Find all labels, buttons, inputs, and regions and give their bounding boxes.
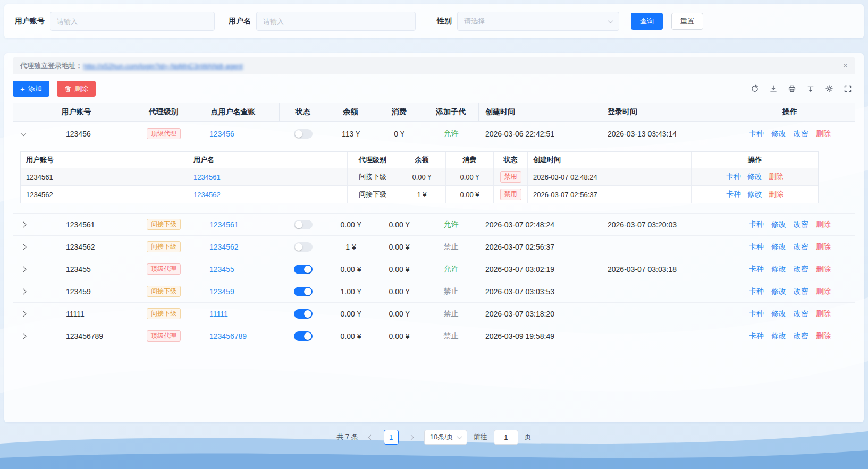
goto-page-input[interactable] — [494, 430, 518, 445]
prev-page-button[interactable] — [365, 430, 377, 445]
action-password-link[interactable]: 改密 — [794, 129, 808, 139]
expand-chevron-icon[interactable] — [20, 221, 26, 227]
close-icon[interactable] — [843, 62, 848, 70]
sub-action-delete-link[interactable]: 删除 — [769, 172, 783, 182]
username-link[interactable]: 123456789 — [209, 332, 247, 340]
sub-username-link[interactable]: 1234562 — [193, 191, 221, 199]
table-row: 1234562 间接下级 1234562 1 ¥ 0.00 ¥ 禁止 2026-… — [13, 236, 855, 258]
action-modify-link[interactable]: 修改 — [771, 129, 786, 139]
sub-action-modify-link[interactable]: 修改 — [747, 190, 762, 199]
action-delete-link[interactable]: 删除 — [816, 287, 831, 296]
action-cardtype-link[interactable]: 卡种 — [749, 287, 764, 296]
toggle-knob — [304, 266, 311, 273]
status-toggle[interactable] — [294, 331, 313, 341]
expand-chevron-icon[interactable] — [20, 311, 26, 317]
header-status: 状态 — [280, 103, 326, 121]
status-toggle[interactable] — [294, 309, 313, 319]
action-cardtype-link[interactable]: 卡种 — [749, 242, 764, 252]
action-cardtype-link[interactable]: 卡种 — [749, 309, 764, 319]
action-modify-link[interactable]: 修改 — [771, 242, 786, 252]
print-icon[interactable] — [788, 84, 796, 93]
page-size-select[interactable]: 10条/页 — [424, 430, 467, 445]
action-password-link[interactable]: 改密 — [794, 265, 808, 274]
status-badge: 禁用 — [500, 189, 521, 200]
user-account-input[interactable] — [50, 12, 215, 31]
status-toggle[interactable] — [294, 220, 313, 229]
expand-chevron-icon[interactable] — [20, 266, 26, 272]
username-link[interactable]: 123456 — [209, 130, 234, 138]
action-modify-link[interactable]: 修改 — [771, 309, 786, 319]
action-cardtype-link[interactable]: 卡种 — [749, 265, 764, 274]
action-delete-link[interactable]: 删除 — [816, 220, 831, 229]
add-button[interactable]: 添加 — [13, 81, 49, 97]
sub-action-cardtype-link[interactable]: 卡种 — [726, 172, 741, 182]
action-password-link[interactable]: 改密 — [794, 331, 808, 341]
username-link[interactable]: 123455 — [209, 265, 234, 274]
sub-table-header: 用户账号 用户名 代理级别 余额 消费 状态 创建时间 操作 — [21, 152, 818, 168]
status-toggle[interactable] — [294, 129, 313, 139]
query-button[interactable]: 查询 — [631, 13, 663, 30]
delete-button[interactable]: 删除 — [57, 81, 96, 97]
username-link[interactable]: 1234562 — [209, 243, 239, 251]
action-delete-link[interactable]: 删除 — [816, 331, 831, 341]
cell-created: 2026-03-07 02:56:37 — [479, 236, 601, 258]
action-modify-link[interactable]: 修改 — [771, 287, 786, 296]
pagination-total: 共 7 条 — [336, 432, 358, 442]
action-password-link[interactable]: 改密 — [794, 287, 808, 296]
add-sub-status: 禁止 — [444, 331, 459, 341]
action-password-link[interactable]: 改密 — [794, 242, 808, 252]
username-link[interactable]: 123459 — [209, 287, 234, 296]
status-toggle[interactable] — [294, 287, 313, 296]
plus-icon — [20, 85, 25, 93]
goto-label: 前往 — [474, 432, 487, 442]
expand-chevron-icon[interactable] — [20, 130, 26, 135]
expand-chevron-icon[interactable] — [20, 244, 26, 250]
sub-action-cardtype-link[interactable]: 卡种 — [726, 190, 741, 199]
gear-icon[interactable] — [825, 84, 833, 93]
sub-header-username: 用户名 — [188, 152, 348, 168]
expand-chevron-icon[interactable] — [20, 288, 26, 294]
action-password-link[interactable]: 改密 — [794, 220, 808, 229]
download-icon[interactable] — [769, 84, 778, 93]
action-cardtype-link[interactable]: 卡种 — [749, 331, 764, 341]
action-cardtype-link[interactable]: 卡种 — [749, 129, 764, 139]
agent-login-url-link[interactable]: http://x52hun.com/login?id=-NqMnC3nWANdt… — [83, 62, 243, 70]
sub-action-delete-link[interactable]: 删除 — [769, 190, 783, 199]
reset-button[interactable]: 重置 — [671, 13, 703, 30]
header-add-sub: 添加子代 — [423, 103, 479, 121]
sub-action-modify-link[interactable]: 修改 — [747, 172, 762, 182]
refresh-icon[interactable] — [751, 84, 759, 93]
fit-height-icon[interactable] — [806, 84, 815, 93]
page-number-button[interactable]: 1 — [384, 430, 399, 445]
status-toggle[interactable] — [294, 265, 313, 274]
action-modify-link[interactable]: 修改 — [771, 220, 786, 229]
table-toolbar: 添加 删除 — [13, 81, 855, 97]
header-account: 用户账号 — [13, 103, 140, 121]
action-delete-link[interactable]: 删除 — [816, 309, 831, 319]
table-row: 11111 间接下级 11111 0.00 ¥ 0.00 ¥ 禁止 2026-0… — [13, 303, 855, 325]
toggle-knob — [304, 288, 311, 295]
action-delete-link[interactable]: 删除 — [816, 129, 831, 139]
sub-table-row: 1234561 1234561 间接下级 0.00 ¥ 0.00 ¥ 禁用 20… — [21, 168, 818, 185]
fullscreen-icon[interactable] — [844, 84, 852, 93]
sub-username-link[interactable]: 1234561 — [193, 173, 221, 181]
level-badge: 间接下级 — [147, 219, 181, 231]
username-link[interactable]: 11111 — [209, 310, 228, 318]
sub-cell-level: 间接下级 — [348, 186, 398, 203]
action-cardtype-link[interactable]: 卡种 — [749, 220, 764, 229]
username-link[interactable]: 1234561 — [209, 220, 239, 229]
add-sub-status: 允许 — [444, 129, 459, 139]
cell-account: 123456 — [34, 122, 140, 146]
action-modify-link[interactable]: 修改 — [771, 331, 786, 341]
action-modify-link[interactable]: 修改 — [771, 265, 786, 274]
level-badge: 顶级代理 — [147, 128, 181, 140]
expand-chevron-icon[interactable] — [20, 333, 26, 339]
username-input[interactable] — [256, 12, 416, 31]
sub-header-actions: 操作 — [692, 152, 818, 168]
gender-select[interactable]: 请选择 — [457, 12, 619, 31]
action-password-link[interactable]: 改密 — [794, 309, 808, 319]
next-page-button[interactable] — [405, 430, 418, 445]
action-delete-link[interactable]: 删除 — [816, 265, 831, 274]
action-delete-link[interactable]: 删除 — [816, 242, 831, 252]
status-toggle[interactable] — [294, 242, 313, 252]
